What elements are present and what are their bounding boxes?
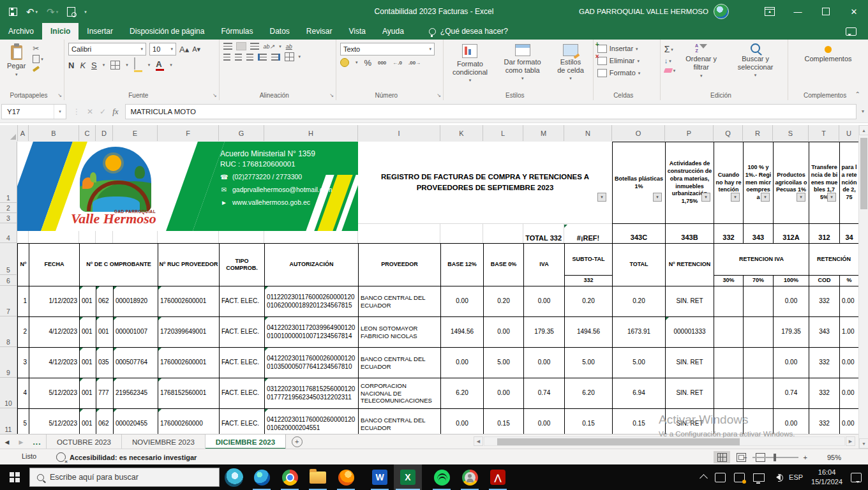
cell[interactable]: 001: [80, 378, 96, 409]
tray-expand-icon[interactable]: [700, 474, 708, 482]
row-header[interactable]: 6: [0, 275, 17, 286]
cell[interactable]: 1760002600001: [158, 286, 220, 317]
cell[interactable]: 0412202301172039964900120010010000010071…: [265, 317, 359, 348]
filter-dropdown-icon[interactable]: ▾: [701, 193, 710, 202]
normal-view-button[interactable]: [714, 451, 730, 463]
header-cell[interactable]: COD: [809, 276, 840, 286]
insert-cells-button[interactable]: Insertar▾: [597, 45, 640, 53]
row-header[interactable]: 4: [0, 223, 17, 243]
align-center-icon[interactable]: [235, 54, 242, 61]
header-cell[interactable]: Nº RETENCION: [666, 244, 714, 286]
borders-icon[interactable]: [110, 61, 120, 70]
align-top-icon[interactable]: [223, 43, 232, 50]
restore-button[interactable]: [812, 0, 840, 23]
ref-error-cell[interactable]: #¡REF!: [564, 225, 612, 242]
col-header[interactable]: I: [358, 125, 440, 141]
comments-icon[interactable]: [846, 27, 857, 36]
col-header[interactable]: R: [743, 125, 773, 141]
insert-function-icon[interactable]: fx: [112, 107, 118, 117]
cell[interactable]: 3: [18, 348, 29, 378]
cell[interactable]: FACT. ELEC.: [220, 348, 265, 378]
zoom-out-icon[interactable]: −: [743, 454, 747, 461]
format-painter-button[interactable]: [33, 66, 43, 68]
cell-styles-button[interactable]: Estilos de celda▾: [552, 43, 589, 89]
cell[interactable]: 0.20: [484, 286, 524, 317]
increase-indent-icon[interactable]: [271, 54, 280, 61]
col-header[interactable]: D: [96, 125, 113, 141]
cell[interactable]: 0112202301176000260000120010620000189201…: [265, 286, 359, 317]
col-header[interactable]: K: [440, 125, 483, 141]
header-cell[interactable]: BASE 12%: [441, 244, 484, 286]
cell[interactable]: 5/12/2023: [29, 409, 80, 434]
header-cell[interactable]: TIPO COMPROB.: [220, 244, 265, 286]
taskbar-excel[interactable]: X: [394, 464, 422, 490]
sort-filter-button[interactable]: AZ Ordenar y filtrar▾: [679, 43, 723, 89]
cell[interactable]: 0412202301176000260000120010620000204551: [265, 409, 359, 434]
header-cell[interactable]: 100%: [774, 276, 809, 286]
taskbar-file-explorer[interactable]: [304, 464, 332, 490]
header-cell[interactable]: FECHA: [29, 244, 80, 286]
task-view-button[interactable]: [220, 464, 248, 490]
accounting-format-icon[interactable]: [340, 58, 349, 67]
name-box-dropdown-icon[interactable]: ▾: [54, 105, 66, 119]
name-box[interactable]: Y17 ▾: [1, 104, 66, 119]
cell[interactable]: [744, 378, 774, 409]
taskbar-acrobat[interactable]: ⋀: [484, 464, 512, 490]
cell[interactable]: [714, 348, 744, 378]
code-cell[interactable]: 312: [809, 223, 839, 243]
zoom-slider[interactable]: [752, 457, 798, 458]
col-header[interactable]: C: [79, 125, 96, 141]
cell[interactable]: 062: [96, 409, 114, 434]
autosum-icon[interactable]: Σ▾: [664, 45, 676, 54]
confirm-entry-icon[interactable]: ✓: [100, 107, 106, 116]
header-cell[interactable]: PROVEEDOR: [359, 244, 441, 286]
cell[interactable]: 001: [80, 286, 96, 317]
align-bottom-icon[interactable]: [250, 43, 259, 50]
cancel-entry-icon[interactable]: ✕: [87, 107, 93, 116]
cell[interactable]: [744, 348, 774, 378]
filter-dropdown-icon[interactable]: ▾: [761, 193, 770, 202]
cell[interactable]: 1: [18, 286, 29, 317]
cell[interactable]: 0.00: [524, 286, 565, 317]
select-all-corner[interactable]: [0, 125, 18, 141]
format-cells-button[interactable]: Formato▾: [597, 69, 640, 77]
align-middle-icon[interactable]: [237, 43, 246, 50]
tax-header-cell[interactable]: Productos agricoilas o Pecuas 1%: [773, 142, 809, 223]
horizontal-scrollbar[interactable]: ◀ ▶: [474, 436, 855, 446]
new-sheet-button[interactable]: +: [286, 434, 308, 449]
tax-header-cell[interactable]: Cuando no hay retención: [714, 142, 743, 223]
cell[interactable]: 0.00: [484, 317, 524, 348]
tax-header-cell[interactable]: 100 % y 1%.- Regimen microempresa: [743, 142, 773, 223]
cell[interactable]: 1494.56: [441, 317, 484, 348]
tab-archivo[interactable]: Archivo: [0, 23, 42, 40]
cell[interactable]: 6.94: [613, 378, 666, 409]
col-header[interactable]: M: [523, 125, 564, 141]
font-name-select[interactable]: Calibri▾: [68, 43, 146, 56]
cell[interactable]: SIN. RET: [666, 348, 714, 378]
cell[interactable]: 6.20: [441, 378, 484, 409]
row-header[interactable]: 7: [0, 286, 17, 316]
collapse-ribbon-icon[interactable]: ⌃: [855, 91, 860, 98]
cell[interactable]: 5.00: [484, 348, 524, 378]
filter-dropdown-icon[interactable]: ▾: [597, 193, 606, 202]
cell[interactable]: 0.00: [840, 409, 859, 434]
cell[interactable]: 1494.56: [565, 317, 613, 348]
cell[interactable]: 5/12/2023: [29, 378, 80, 409]
cell[interactable]: 0.20: [565, 286, 613, 317]
copy-button[interactable]: ▾: [33, 55, 43, 63]
cell[interactable]: 0.00: [441, 348, 484, 378]
row-header[interactable]: 8: [0, 316, 17, 347]
code-cell[interactable]: 343C: [612, 223, 665, 243]
filter-dropdown-icon[interactable]: ▾: [653, 193, 662, 202]
cell[interactable]: 000507764: [114, 348, 158, 378]
cell[interactable]: 5.00: [613, 348, 666, 378]
col-header[interactable]: G: [219, 125, 264, 141]
vertical-scroll-thumb[interactable]: [860, 138, 867, 209]
header-cell[interactable]: BASE 0%: [484, 244, 524, 286]
row-header[interactable]: 10: [0, 378, 17, 408]
minimize-button[interactable]: —: [784, 0, 812, 23]
code-cell[interactable]: 312A: [773, 223, 809, 243]
cell[interactable]: 0.74: [774, 378, 809, 409]
expand-formula-bar-icon[interactable]: ▾: [858, 108, 868, 114]
cell[interactable]: 4/12/2023: [29, 317, 80, 348]
